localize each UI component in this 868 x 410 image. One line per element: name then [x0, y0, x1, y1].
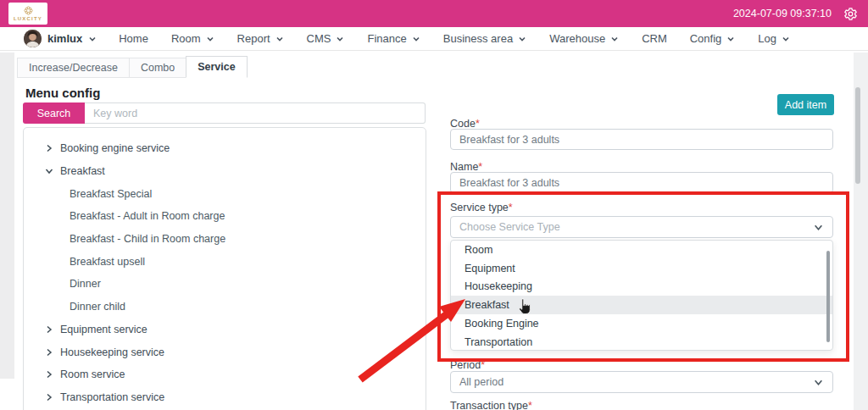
period-select[interactable]: All period	[450, 371, 833, 393]
option-housekeeping[interactable]: Housekeeping	[451, 278, 832, 296]
nav-item-log[interactable]: Log	[758, 32, 790, 45]
chevron-down-icon	[206, 35, 214, 43]
chevron-down-icon	[782, 35, 790, 43]
page-scrollbar-thumb[interactable]	[855, 87, 860, 184]
tree-item-housekeeping-service[interactable]: Housekeeping service	[24, 341, 426, 363]
chevron-right-icon[interactable]	[45, 370, 53, 379]
top-bar: LUXCITY 2024-07-09 09:37:10	[0, 0, 868, 27]
service-type-select[interactable]: Choose Service Type	[450, 216, 833, 238]
nav-item-report[interactable]: Report	[237, 32, 284, 45]
nav-item-warehouse[interactable]: Warehouse	[549, 32, 619, 45]
option-booking-engine[interactable]: Booking Engine	[451, 314, 832, 333]
search-button[interactable]: Search	[23, 102, 85, 124]
tree-item-equipment-service[interactable]: Equipment service	[24, 319, 426, 341]
name-input[interactable]	[450, 172, 833, 193]
chevron-down-icon	[814, 378, 823, 387]
chevron-down-icon	[275, 35, 284, 43]
nav-item-room[interactable]: Room	[171, 32, 214, 45]
nav-item-business-area[interactable]: Business area	[443, 32, 526, 45]
chevron-down-icon	[726, 35, 735, 43]
nav-item-config[interactable]: Config	[690, 32, 736, 45]
chevron-right-icon[interactable]	[45, 325, 53, 334]
chevron-down-icon	[518, 35, 526, 43]
tab-service[interactable]: Service	[186, 56, 247, 78]
option-transportation[interactable]: Transportation	[451, 333, 832, 351]
nav-item-home[interactable]: Home	[119, 32, 148, 45]
datetime-display: 2024-07-09 09:37:10	[733, 8, 832, 19]
code-input[interactable]	[450, 129, 833, 150]
service-tree-panel: Booking engine service Breakfast Breakfa…	[23, 127, 426, 410]
user-avatar	[24, 30, 42, 47]
chevron-right-icon[interactable]	[45, 393, 53, 402]
tree-item-breakfast-child-room-charge[interactable]: Breakfast - Child in Room charge	[24, 228, 426, 251]
dropdown-scrollbar-thumb[interactable]	[826, 251, 830, 342]
option-room[interactable]: Room	[451, 241, 832, 259]
tree-item-breakfast-upsell[interactable]: Breakfast upsell	[24, 250, 426, 273]
tree-item-breakfast-special[interactable]: Breakfast Special	[24, 182, 426, 205]
nav-item-finance[interactable]: Finance	[367, 32, 420, 45]
luxcity-logo[interactable]: LUXCITY	[8, 3, 47, 25]
chevron-down-icon	[88, 35, 97, 43]
user-menu[interactable]: kimlux	[24, 30, 97, 47]
code-label: Code*	[450, 118, 480, 130]
settings-gear-icon[interactable]	[843, 7, 858, 21]
tree-item-breakfast[interactable]: Breakfast	[24, 160, 426, 183]
flower-icon	[24, 6, 33, 15]
page-title: Menu config	[25, 86, 100, 100]
chevron-down-icon	[814, 223, 823, 232]
chevron-right-icon[interactable]	[45, 144, 53, 152]
app-window: LUXCITY 2024-07-09 09:37:10 kimlux	[0, 0, 868, 410]
tree-item-booking-engine-service[interactable]: Booking engine service	[24, 137, 426, 160]
user-name: kimlux	[47, 32, 82, 45]
transaction-type-label: Transaction type*	[450, 400, 532, 410]
nav-item-crm[interactable]: CRM	[642, 32, 667, 45]
name-label: Name*	[450, 161, 482, 173]
left-gutter	[0, 53, 14, 379]
chevron-down-icon	[412, 35, 420, 43]
period-label: Period*	[450, 359, 485, 371]
tree-item-dinner[interactable]: Dinner	[24, 273, 426, 296]
chevron-right-icon[interactable]	[45, 348, 53, 357]
tree-item-dinner-child[interactable]: Dinner child	[24, 296, 426, 319]
tree-item-transportation-service[interactable]: Transportation service	[24, 386, 426, 409]
service-type-label: Service type*	[450, 202, 513, 213]
chevron-down-icon	[610, 35, 619, 43]
service-type-dropdown: Room Equipment Housekeeping Breakfast Bo…	[450, 240, 833, 351]
tree-item-breakfast-adult-room-charge[interactable]: Breakfast - Adult in Room charge	[24, 205, 426, 228]
option-breakfast[interactable]: Breakfast	[451, 296, 832, 314]
tab-bar: Increase/Decrease Combo Service	[17, 56, 248, 78]
nav-item-cms[interactable]: CMS	[307, 32, 345, 45]
tab-increase-decrease[interactable]: Increase/Decrease	[17, 58, 129, 78]
add-item-button[interactable]: Add item	[777, 94, 834, 115]
tab-combo[interactable]: Combo	[129, 58, 186, 78]
search-bar: Search	[23, 102, 426, 124]
tree-item-room-service[interactable]: Room service	[24, 363, 426, 386]
chevron-down-icon[interactable]	[45, 167, 53, 175]
main-nav: kimlux Home Room Report CMS Finance Busi…	[0, 27, 868, 51]
option-equipment[interactable]: Equipment	[451, 259, 832, 278]
logo-text: LUXCITY	[14, 16, 42, 21]
chevron-down-icon	[336, 35, 344, 43]
search-input[interactable]	[85, 102, 426, 124]
